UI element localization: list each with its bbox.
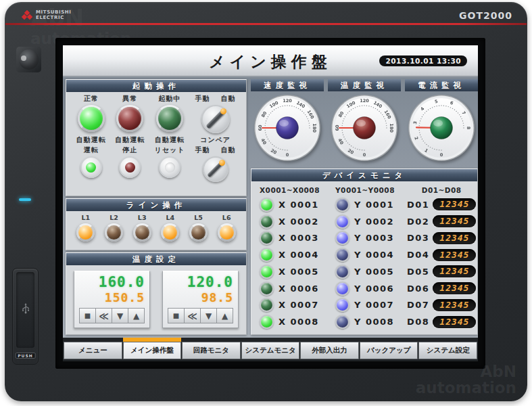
gauge-dial: 020406080100120140160180	[253, 94, 321, 162]
d-value: 12345	[433, 316, 476, 328]
y-device-row: Y 0002	[335, 213, 407, 230]
up-button[interactable]: ▲	[217, 309, 233, 323]
tab[interactable]: システムモニタ	[241, 342, 300, 359]
usb-push-label: PUSH	[15, 353, 36, 359]
line-lamp-button[interactable]	[218, 223, 236, 242]
temp-buttons: ■≪▼▲	[168, 308, 233, 323]
d-value: 12345	[433, 299, 476, 311]
selector-switch[interactable]	[201, 105, 230, 133]
gauge-title: 速度監視	[251, 79, 324, 91]
y-device-row: Y 0003	[335, 230, 407, 247]
temp-controller-2: 120.0 98.5 ■≪▼▲	[162, 271, 239, 328]
stop-button[interactable]: ■	[80, 309, 96, 323]
x-label: X 0008	[279, 317, 319, 327]
temp-setpoint-display: 120.0	[168, 274, 233, 290]
y-label: Y 0008	[354, 317, 394, 327]
shift-button[interactable]: ≪	[185, 309, 201, 323]
hmi-display: メイン操作盤 2013.10.01 13:30 起動操作 正常異常起動中手動自動…	[63, 45, 478, 361]
startup-panel: 起動操作 正常異常起動中手動自動 自動運転運転自動運転停止自動運転リセットコンペ…	[66, 79, 247, 196]
mitsubishi-logo: MITSUBISHI ELECTRIC	[22, 10, 72, 20]
d-column: D01~D08 D0112345D0212345D0312345D0412345…	[407, 184, 476, 330]
down-button[interactable]: ▼	[201, 309, 217, 323]
selector-left-label: 手動	[195, 95, 210, 103]
photo-background: AbN automation MITSUBISHI ELECTRIC GOT20…	[0, 0, 532, 406]
usb-icon	[21, 303, 30, 314]
tab-label: 外部入出力	[312, 346, 347, 355]
y-lamp	[335, 265, 349, 279]
y-device-row: Y 0006	[335, 280, 407, 297]
line-lamp-label: L4	[166, 214, 174, 221]
push-button[interactable]	[159, 156, 180, 178]
line-lamp-button[interactable]	[76, 223, 95, 242]
brand-text: MITSUBISHI ELECTRIC	[36, 10, 72, 20]
x-label: X 0007	[279, 300, 319, 310]
temp-controller-1: 160.0 150.5 ■≪▼▲	[74, 271, 150, 328]
x-device-row: X 0006	[260, 280, 335, 297]
tab[interactable]: 外部入出力	[300, 342, 359, 359]
x-device-row: X 0001	[260, 196, 335, 213]
x-device-row: X 0007	[260, 297, 335, 314]
stop-button[interactable]: ■	[168, 309, 185, 323]
svg-text:8: 8	[466, 127, 471, 130]
tab[interactable]: バックアップ	[360, 342, 418, 359]
x-lamp	[260, 215, 274, 229]
up-button[interactable]: ▲	[128, 309, 145, 323]
tab-label: システムモニタ	[245, 346, 295, 355]
shift-button[interactable]: ≪	[96, 309, 112, 323]
y-device-row: Y 0007	[335, 297, 407, 314]
svg-text:180: 180	[389, 123, 394, 133]
control-label: 正常	[84, 95, 99, 103]
line-panel: ライン操作 L1L2L3L4L5L6	[66, 198, 247, 250]
gauge-0: 速度監視 020406080100120140160180	[251, 79, 324, 167]
line-lamp-button[interactable]	[161, 223, 179, 242]
tab[interactable]: システム設定	[418, 342, 477, 359]
tab-bar: メニューメイン操作盤回路モニタシステムモニタ外部入出力バックアップシステム設定	[63, 338, 478, 361]
selector-labels: 手動自動	[195, 146, 236, 154]
status-lamp	[78, 105, 105, 132]
d-device-row: D0312345	[407, 230, 476, 247]
y-lamp	[335, 298, 349, 312]
x-label: X 0003	[279, 233, 319, 243]
temp-header: 温度設定	[66, 253, 246, 265]
push-button-dot	[165, 162, 175, 173]
dm-col-x: X 0001X 0002X 0003X 0004X 0005X 0006X 00…	[260, 196, 335, 330]
d-label: D08	[407, 317, 429, 327]
x-device-row: X 0008	[260, 313, 335, 330]
temp-panel: 温度設定 160.0 150.5 ■≪▼▲ 120.0 98.5 ■≪▼▲	[66, 252, 247, 335]
tab[interactable]: 回路モニタ	[182, 342, 241, 359]
line-lamp-button[interactable]	[189, 223, 208, 242]
selector-right-label: 自動	[221, 146, 236, 154]
control-label: 自動運転	[76, 136, 106, 144]
line-lamp-cell: L1	[72, 214, 100, 242]
d-label: D03	[407, 233, 429, 243]
push-button[interactable]	[80, 156, 102, 178]
x-lamp	[260, 248, 274, 262]
dm-col-d: D0112345D0212345D0312345D0412345D0512345…	[407, 196, 476, 330]
selector-switch[interactable]	[203, 156, 228, 182]
selector-right-label: 自動	[221, 95, 236, 103]
svg-text:0: 0	[440, 152, 443, 158]
down-button[interactable]: ▼	[112, 309, 128, 323]
d-value: 12345	[433, 215, 476, 227]
device-monitor-body: X0001~X0008 X 0001X 0002X 0003X 0004X 00…	[251, 181, 477, 334]
tab-label: メニュー	[78, 346, 107, 355]
y-device-row: Y 0008	[335, 313, 407, 330]
selector-title: コンペア	[200, 136, 231, 144]
d-device-row: D0112345	[407, 196, 476, 213]
line-lamp-button[interactable]	[133, 223, 151, 242]
tab[interactable]: メイン操作盤	[123, 342, 182, 359]
lcd-frame: メイン操作盤 2013.10.01 13:30 起動操作 正常異常起動中手動自動…	[55, 38, 485, 369]
selector-left-label: 手動	[195, 146, 210, 154]
line-lamp-label: L5	[194, 214, 203, 221]
line-lamp-cell: L6	[212, 214, 241, 242]
tab[interactable]: メニュー	[64, 342, 122, 359]
temp-process-display: 150.5	[79, 290, 145, 305]
x-device-row: X 0005	[260, 263, 335, 280]
push-button[interactable]	[119, 156, 141, 178]
control-label: 起動中	[159, 95, 181, 103]
line-lamp-button[interactable]	[105, 223, 123, 242]
temp-body: 160.0 150.5 ■≪▼▲ 120.0 98.5 ■≪▼▲	[66, 265, 246, 328]
svg-text:120: 120	[360, 98, 369, 104]
gauge-title: 電流監視	[405, 79, 478, 91]
line-lamp-label: L1	[81, 214, 90, 221]
